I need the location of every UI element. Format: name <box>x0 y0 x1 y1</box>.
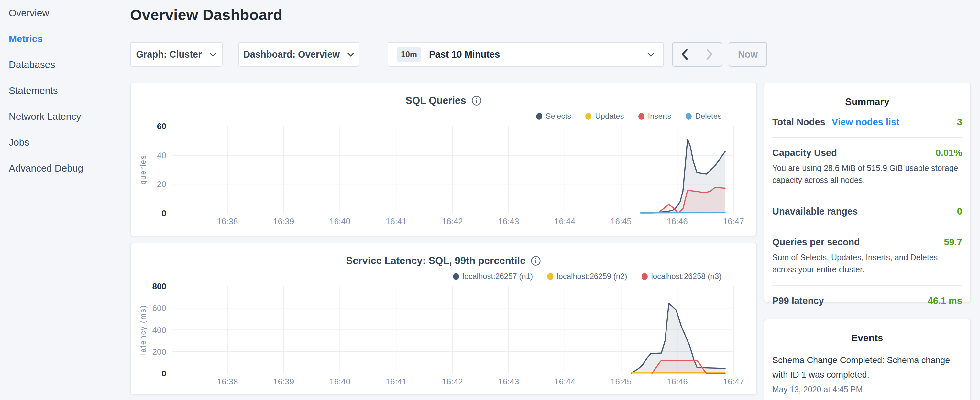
svg-text:16:43: 16:43 <box>498 377 519 386</box>
controls-divider <box>373 42 373 67</box>
chevron-down-icon <box>209 52 217 57</box>
chart-title: SQL Queries <box>406 95 466 107</box>
chart-legend: localhost:26257 (n1)localhost:26259 (n2)… <box>453 272 721 281</box>
svg-text:200: 200 <box>153 347 166 357</box>
app-root: Overview Metrics Databases Statements Ne… <box>0 0 980 400</box>
svg-text:60: 60 <box>157 122 166 131</box>
svg-text:0: 0 <box>162 369 166 378</box>
events-panel: Events Schema Change Completed: Schema c… <box>764 319 971 400</box>
chevron-down-icon <box>347 52 355 57</box>
time-forward-button[interactable] <box>697 43 722 66</box>
svg-text:16:39: 16:39 <box>273 377 294 386</box>
time-range-dropdown[interactable]: 10m Past 10 Minutes <box>388 42 664 67</box>
chevron-down-icon <box>646 52 655 57</box>
summary-row-capacity-used: Capacity Used 0.01% <box>772 138 962 158</box>
legend-dot <box>686 113 692 120</box>
graph-dropdown-value: Graph: Cluster <box>136 49 202 60</box>
svg-text:16:45: 16:45 <box>611 377 632 386</box>
legend-dot <box>638 113 644 120</box>
legend-dot <box>536 113 542 120</box>
event-text: Schema Change Completed: Schema change w… <box>772 353 962 382</box>
svg-text:16:42: 16:42 <box>442 377 463 386</box>
events-heading: Events <box>772 319 962 343</box>
summary-row-label: Queries per second <box>772 237 860 247</box>
legend-dot <box>641 273 648 280</box>
sidebar-item-metrics[interactable]: Metrics <box>9 26 125 52</box>
chart-title: Service Latency: SQL, 99th percentile <box>346 255 526 267</box>
svg-text:16:41: 16:41 <box>386 217 407 226</box>
info-icon[interactable] <box>471 96 482 106</box>
svg-text:16:47: 16:47 <box>723 217 744 226</box>
summary-heading: Summary <box>772 83 962 107</box>
now-button[interactable]: Now <box>729 42 767 67</box>
arrow-left-icon <box>681 49 688 60</box>
svg-text:queries: queries <box>138 155 147 185</box>
graph-dropdown[interactable]: Graph: Cluster <box>130 42 223 67</box>
time-back-button[interactable] <box>673 43 697 66</box>
summary-row-label: Total Nodes <box>772 117 825 127</box>
sidebar-item-overview[interactable]: Overview <box>9 0 125 26</box>
svg-text:16:38: 16:38 <box>217 217 238 226</box>
info-icon[interactable] <box>531 256 541 266</box>
svg-text:20: 20 <box>157 179 166 189</box>
legend-item: Deletes <box>686 112 721 121</box>
legend-dot <box>585 113 592 120</box>
chart-legend: SelectsUpdatesInsertsDeletes <box>536 112 722 121</box>
summary-row-value: 0.01% <box>935 148 962 158</box>
legend-item: localhost:26257 (n1) <box>453 272 533 281</box>
summary-row-value: 3 <box>957 117 962 127</box>
summary-row-p99-latency: P99 latency 46.1 ms <box>772 286 962 306</box>
sidebar-item-jobs[interactable]: Jobs <box>9 129 125 155</box>
svg-text:16:38: 16:38 <box>217 377 238 386</box>
summary-row-total-nodes: Total Nodes View nodes list 3 <box>772 107 962 127</box>
svg-text:600: 600 <box>153 303 166 313</box>
arrow-right-icon <box>706 49 713 60</box>
event-timestamp: May 13, 2020 at 4:45 PM <box>772 382 962 394</box>
svg-text:16:46: 16:46 <box>667 377 688 386</box>
summary-row-label: P99 latency <box>772 295 824 306</box>
legend-item: Inserts <box>638 112 671 121</box>
page-title: Overview Dashboard <box>130 6 282 24</box>
legend-item: localhost:26259 (n2) <box>547 272 627 281</box>
svg-text:40: 40 <box>157 150 166 160</box>
svg-text:16:40: 16:40 <box>329 217 350 226</box>
summary-row-description: Sum of Selects, Updates, Inserts, and De… <box>772 247 958 276</box>
svg-text:16:43: 16:43 <box>498 217 519 226</box>
svg-text:400: 400 <box>153 325 166 335</box>
sql-queries-chart-card: SQL Queries SelectsUpdatesInsertsDeletes… <box>130 83 757 236</box>
summary-row-label: Capacity Used <box>772 148 837 158</box>
chart-plot: 16:3816:3916:4016:4116:4216:4316:4416:45… <box>131 282 756 396</box>
summary-row-label: Unavailable ranges <box>772 206 858 217</box>
legend-item: localhost:26258 (n3) <box>641 272 721 281</box>
sidebar-item-network-latency[interactable]: Network Latency <box>9 104 125 129</box>
summary-row-value: 59.7 <box>944 237 962 247</box>
dashboard-dropdown[interactable]: Dashboard: Overview <box>239 42 360 67</box>
sidebar: Overview Metrics Databases Statements Ne… <box>9 0 125 181</box>
summary-row-description: You are using 28.6 MiB of 515.9 GiB usab… <box>772 158 958 186</box>
svg-text:16:46: 16:46 <box>667 217 688 226</box>
legend-item: Selects <box>536 112 571 121</box>
summary-row-value: 0 <box>957 206 962 217</box>
svg-text:800: 800 <box>153 282 166 291</box>
summary-row-unavailable-ranges: Unavailable ranges 0 <box>772 196 962 217</box>
view-nodes-list-link[interactable]: View nodes list <box>832 117 899 127</box>
svg-text:16:44: 16:44 <box>554 377 575 386</box>
legend-dot <box>453 273 459 280</box>
svg-text:16:44: 16:44 <box>554 217 575 226</box>
sidebar-item-advanced-debug[interactable]: Advanced Debug <box>9 155 125 181</box>
legend-dot <box>547 273 553 280</box>
summary-row-value: 46.1 ms <box>928 295 962 306</box>
time-step-buttons <box>672 42 722 67</box>
svg-text:16:40: 16:40 <box>329 377 350 386</box>
dashboard-dropdown-value: Dashboard: Overview <box>243 49 340 60</box>
chart-plot: 16:3816:3916:4016:4116:4216:4316:4416:45… <box>131 122 756 236</box>
sidebar-item-statements[interactable]: Statements <box>9 78 125 104</box>
service-latency-chart-card: Service Latency: SQL, 99th percentile lo… <box>130 243 757 395</box>
svg-text:16:42: 16:42 <box>442 217 463 226</box>
time-range-label: Past 10 Minutes <box>429 49 646 60</box>
svg-text:16:47: 16:47 <box>723 377 744 386</box>
sidebar-item-databases[interactable]: Databases <box>9 52 125 78</box>
event-item: Schema Change Completed: Schema change w… <box>772 343 962 394</box>
svg-text:latency (ms): latency (ms) <box>138 305 147 355</box>
summary-row-queries-per-second: Queries per second 59.7 <box>772 227 962 247</box>
